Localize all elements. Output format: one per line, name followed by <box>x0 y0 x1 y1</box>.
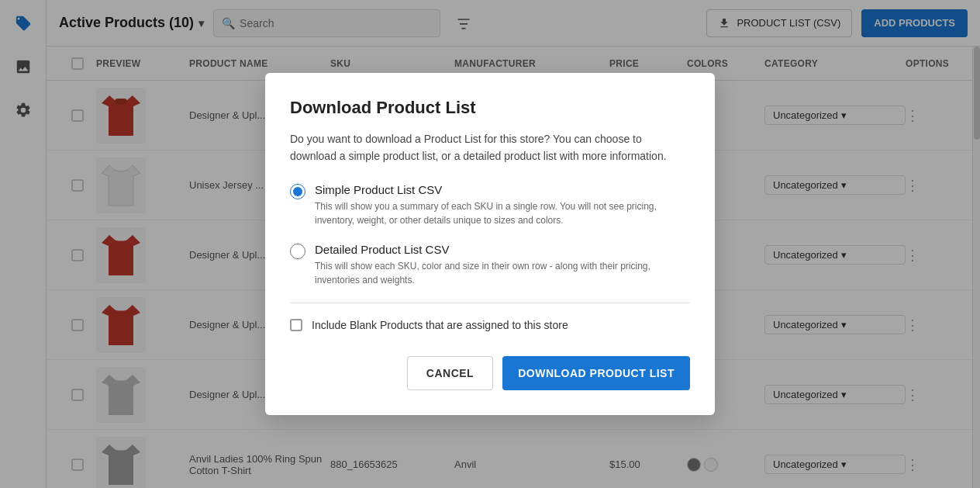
blank-products-label: Include Blank Products that are assigned… <box>312 319 568 331</box>
simple-csv-option: Simple Product List CSV This will show y… <box>290 183 690 227</box>
detailed-csv-desc: This will show each SKU, color and size … <box>315 259 690 287</box>
simple-csv-label: Simple Product List CSV <box>315 183 690 196</box>
modal-description: Do you want to download a Product List f… <box>290 130 690 165</box>
modal-divider <box>290 303 690 303</box>
simple-csv-desc: This will show you a summary of each SKU… <box>315 199 690 227</box>
download-button[interactable]: DOWNLOAD PRODUCT LIST <box>502 356 690 390</box>
cancel-button[interactable]: CANCEL <box>407 356 493 390</box>
modal-title: Download Product List <box>290 98 690 118</box>
detailed-csv-option: Detailed Product List CSV This will show… <box>290 243 690 287</box>
simple-csv-radio[interactable] <box>290 184 305 199</box>
detailed-csv-label: Detailed Product List CSV <box>315 243 690 256</box>
modal-overlay: Download Product List Do you want to dow… <box>0 0 980 488</box>
modal-footer: CANCEL DOWNLOAD PRODUCT LIST <box>290 356 690 390</box>
download-product-list-modal: Download Product List Do you want to dow… <box>265 73 715 416</box>
blank-products-checkbox[interactable] <box>290 319 302 331</box>
blank-products-option: Include Blank Products that are assigned… <box>290 319 690 331</box>
detailed-csv-radio[interactable] <box>290 244 305 259</box>
